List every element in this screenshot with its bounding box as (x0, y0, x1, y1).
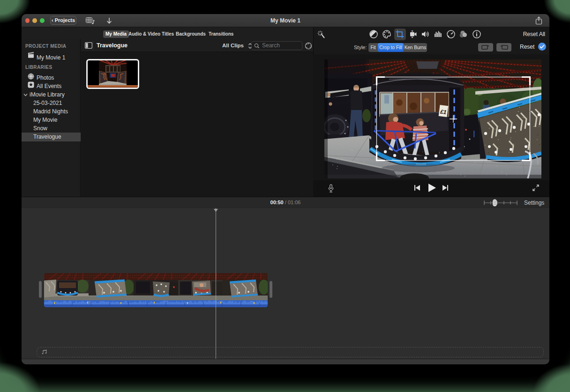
svg-text:£1: £1 (439, 108, 447, 116)
